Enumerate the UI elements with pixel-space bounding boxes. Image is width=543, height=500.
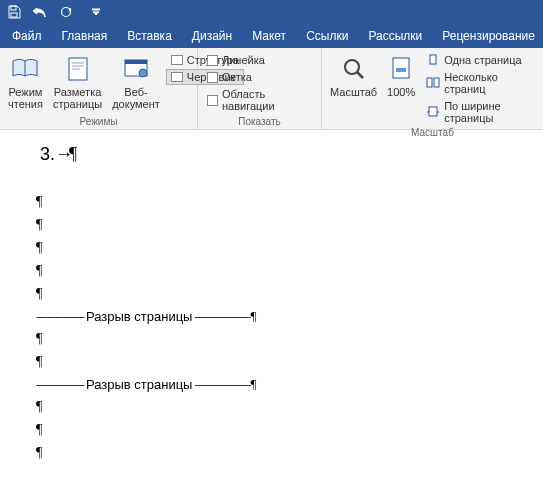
svg-rect-10 — [125, 60, 147, 64]
doc-line: ¶ — [36, 353, 543, 370]
svg-rect-16 — [430, 55, 436, 64]
ruler-checkbox[interactable]: Линейка — [202, 52, 317, 68]
ruler-label: Линейка — [222, 54, 265, 66]
document-area[interactable]: 3.→¶ ¶ ¶ ¶ ¶ ¶ ------------------ Разрыв… — [0, 130, 543, 461]
page-width-label: По ширине страницы — [444, 100, 534, 124]
page-width-button[interactable]: По ширине страницы — [421, 98, 539, 126]
group-show: Линейка Сетка Область навигации Показать — [198, 48, 322, 129]
svg-rect-17 — [427, 78, 432, 87]
multi-page-label: Несколько страниц — [444, 71, 534, 95]
zoom-button[interactable]: Масштаб — [326, 50, 381, 101]
doc-line: ¶ — [36, 444, 543, 461]
group-show-label: Показать — [202, 115, 317, 129]
doc-line: ¶ — [36, 421, 543, 438]
navpane-label: Область навигации — [222, 88, 312, 112]
group-views-label: Режимы — [4, 115, 193, 129]
tab-references[interactable]: Ссылки — [296, 24, 358, 48]
svg-rect-0 — [11, 6, 16, 10]
undo-icon[interactable] — [32, 4, 48, 20]
one-page-label: Одна страница — [444, 54, 521, 66]
doc-line: ¶ — [36, 330, 543, 347]
multi-page-button[interactable]: Несколько страниц — [421, 69, 539, 97]
read-mode-button[interactable]: Режим чтения — [4, 50, 47, 113]
svg-line-13 — [357, 72, 363, 78]
zoom-icon — [341, 53, 367, 85]
print-layout-button[interactable]: Разметка страницы — [49, 50, 106, 113]
doc-line: ¶ — [36, 398, 543, 415]
svg-rect-19 — [429, 107, 437, 116]
checkbox-icon — [207, 55, 218, 66]
group-zoom-label: Масштаб — [326, 126, 539, 140]
doc-line: ¶ — [36, 193, 543, 210]
tab-review[interactable]: Рецензирование — [432, 24, 543, 48]
zoom-100-icon — [389, 53, 413, 85]
page-break-marker: ------------------ Разрыв страницы -----… — [36, 376, 543, 392]
multi-page-icon — [426, 77, 440, 89]
zoom-label: Масштаб — [330, 86, 377, 98]
web-layout-button[interactable]: Веб- документ — [108, 50, 164, 113]
group-zoom: Масштаб 100% Одна страница Несколько стр… — [322, 48, 543, 129]
ribbon: Режим чтения Разметка страницы Веб- доку… — [0, 48, 543, 130]
svg-point-12 — [345, 60, 359, 74]
zoom-100-label: 100% — [387, 86, 415, 98]
tab-home[interactable]: Главная — [52, 24, 118, 48]
tab-insert[interactable]: Вставка — [117, 24, 182, 48]
page-width-icon — [426, 106, 440, 118]
ribbon-tabs: Файл Главная Вставка Дизайн Макет Ссылки… — [0, 24, 543, 48]
web-layout-icon — [123, 53, 149, 85]
doc-line: ¶ — [36, 239, 543, 256]
tab-design[interactable]: Дизайн — [182, 24, 242, 48]
web-layout-label: Веб- документ — [112, 86, 160, 110]
tab-file[interactable]: Файл — [2, 24, 52, 48]
checkbox-icon — [207, 95, 218, 106]
page-break-marker: ------------------ Разрыв страницы -----… — [36, 308, 543, 324]
one-page-button[interactable]: Одна страница — [421, 52, 539, 68]
tab-layout[interactable]: Макет — [242, 24, 296, 48]
svg-rect-15 — [396, 68, 406, 72]
doc-line: ¶ — [36, 216, 543, 233]
title-bar — [0, 0, 543, 24]
zoom-100-button[interactable]: 100% — [383, 50, 419, 101]
one-page-icon — [426, 54, 440, 66]
svg-rect-1 — [11, 13, 17, 17]
print-layout-icon — [66, 53, 90, 85]
qat-dropdown-icon[interactable] — [88, 4, 104, 20]
tab-mailings[interactable]: Рассылки — [358, 24, 432, 48]
draft-icon — [171, 72, 183, 82]
svg-rect-3 — [92, 9, 100, 10]
svg-point-11 — [139, 69, 147, 77]
gridlines-label: Сетка — [222, 71, 252, 83]
doc-line: ¶ — [36, 285, 543, 302]
outline-icon — [171, 55, 183, 65]
gridlines-checkbox[interactable]: Сетка — [202, 69, 317, 85]
doc-line: 3.→¶ — [40, 144, 543, 165]
svg-rect-18 — [434, 78, 439, 87]
read-mode-label: Режим чтения — [8, 86, 43, 110]
navpane-checkbox[interactable]: Область навигации — [202, 86, 317, 114]
redo-icon[interactable] — [58, 4, 74, 20]
save-icon[interactable] — [6, 4, 22, 20]
group-views: Режим чтения Разметка страницы Веб- доку… — [0, 48, 198, 129]
doc-line: ¶ — [36, 262, 543, 279]
print-layout-label: Разметка страницы — [53, 86, 102, 110]
checkbox-icon — [207, 72, 218, 83]
read-mode-icon — [11, 53, 39, 85]
